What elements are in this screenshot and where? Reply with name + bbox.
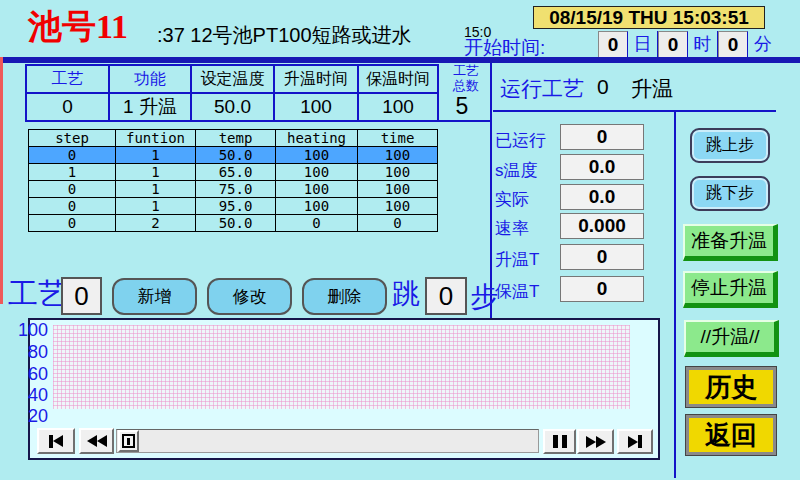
cell: 0 <box>29 198 116 215</box>
y-axis-tick: 20 <box>12 406 48 427</box>
cell: 0 <box>276 215 358 232</box>
cell: 1 升温 <box>109 93 191 121</box>
alarm-message: :37 12号池PT100短路或进水 <box>157 22 412 49</box>
field-value-set-temp: 0.0 <box>560 154 644 180</box>
fast-forward-icon <box>586 436 596 448</box>
step-table-header: step funtion temp heating time <box>29 130 438 147</box>
chart-scrollbar-track[interactable] <box>116 429 539 453</box>
panel-divider-vertical <box>674 112 676 478</box>
start-minute-input[interactable]: 0 <box>718 31 748 58</box>
cell: 75.0 <box>196 181 276 198</box>
step-table-row-selected[interactable]: 0 1 50.0 100 100 <box>29 147 438 164</box>
skip-end-icon <box>628 436 638 448</box>
col-header: 工艺 <box>26 65 109 93</box>
field-label-elapsed: 已运行 <box>495 129 559 152</box>
cell: 50.0 <box>196 147 276 164</box>
process-total-label: 工艺 总数 <box>440 63 492 93</box>
add-button[interactable]: 新增 <box>112 278 197 315</box>
field-value-rate: 0.000 <box>560 213 644 239</box>
col-header: step <box>29 130 116 147</box>
run-process-mode: 升温 <box>631 75 673 103</box>
skip-to-end-button[interactable] <box>617 429 653 454</box>
step-table-row[interactable]: 0 1 75.0 100 100 <box>29 181 438 198</box>
skip-to-start-button[interactable] <box>37 428 75 454</box>
col-header: 升温时间 <box>274 65 358 93</box>
process-total-value: 5 <box>440 93 484 120</box>
col-header: funtion <box>116 130 196 147</box>
step-table-row[interactable]: 0 2 50.0 0 0 <box>29 215 438 232</box>
col-header: temp <box>196 130 276 147</box>
page-title: 池号11 <box>28 4 128 50</box>
start-hour-input[interactable]: 0 <box>658 31 688 58</box>
cell: 0 <box>29 181 116 198</box>
cell: 100 <box>276 164 358 181</box>
field-label-heat-t: 升温T <box>495 248 559 271</box>
col-header: 保温时间 <box>358 65 438 93</box>
cell: 100 <box>276 147 358 164</box>
run-process-value: 0 <box>597 75 609 99</box>
start-minute-unit: 分 <box>748 31 778 58</box>
hmi-screen: 池号11 :37 12号池PT100短路或进水 15:0 08/15/19 TH… <box>0 0 800 480</box>
field-label-hold-t: 保温T <box>495 280 559 303</box>
divider <box>437 120 491 122</box>
field-label-set-temp: s温度 <box>495 159 559 182</box>
start-day-input[interactable]: 0 <box>598 31 628 58</box>
rewind-button[interactable] <box>79 428 114 454</box>
chart-scrollbar-thumb[interactable] <box>118 430 139 452</box>
history-button[interactable]: 历史 <box>686 367 776 407</box>
process-number-label: 工艺 <box>8 274 68 315</box>
col-header: 设定温度 <box>191 65 274 93</box>
cell: 100 <box>358 147 438 164</box>
cell: 100 <box>274 93 358 121</box>
y-axis-tick: 80 <box>12 342 48 363</box>
heating-status-button[interactable]: //升温// <box>684 320 779 357</box>
process-table-header: 工艺 功能 设定温度 升温时间 保温时间 <box>26 65 438 93</box>
datetime-display: 08/15/19 THU 15:03:51 <box>533 6 765 29</box>
process-table-row[interactable]: 0 1 升温 50.0 100 100 <box>26 93 438 121</box>
step-table-row[interactable]: 0 1 95.0 100 100 <box>29 198 438 215</box>
cell: 100 <box>276 198 358 215</box>
cell: 0 <box>29 215 116 232</box>
start-hour-unit: 时 <box>688 31 718 58</box>
run-process-label: 运行工艺 <box>500 75 584 103</box>
cell: 2 <box>116 215 196 232</box>
jump-step-input[interactable]: 0 <box>425 277 467 315</box>
cell: 100 <box>358 93 438 121</box>
step-table-row[interactable]: 1 1 65.0 100 100 <box>29 164 438 181</box>
fast-forward-button[interactable] <box>577 429 614 454</box>
start-day-unit: 日 <box>628 31 658 58</box>
y-axis-tick: 100 <box>12 320 48 341</box>
rewind-icon <box>87 435 97 447</box>
delete-button[interactable]: 删除 <box>302 278 387 315</box>
cell: 50.0 <box>191 93 274 121</box>
modify-button[interactable]: 修改 <box>207 278 292 315</box>
field-label-rate: 速率 <box>495 217 559 240</box>
process-number-input[interactable]: 0 <box>61 277 102 315</box>
cell: 1 <box>116 147 196 164</box>
prepare-heating-button[interactable]: 准备升温 <box>683 224 778 261</box>
y-axis-tick: 60 <box>12 364 48 385</box>
screen-edge-line <box>0 57 3 304</box>
start-time-row: 0 日 0 时 0 分 <box>598 31 778 58</box>
chart-grid-area <box>53 325 630 409</box>
cell: 1 <box>29 164 116 181</box>
step-unit-label: 步 <box>470 278 498 316</box>
back-button[interactable]: 返回 <box>686 415 776 455</box>
cell: 1 <box>116 164 196 181</box>
jump-down-step-button[interactable]: 跳下步 <box>690 176 770 211</box>
field-value-actual: 0.0 <box>560 184 644 210</box>
cell: 100 <box>276 181 358 198</box>
cell: 65.0 <box>196 164 276 181</box>
stop-heating-button[interactable]: 停止升温 <box>683 271 778 308</box>
pause-button[interactable] <box>543 429 576 454</box>
field-label-actual: 实际 <box>495 188 559 211</box>
field-value-hold-t: 0 <box>560 276 644 302</box>
y-axis-tick: 40 <box>12 385 48 406</box>
cell: 0 <box>358 215 438 232</box>
cell: 1 <box>116 198 196 215</box>
process-table: 工艺 功能 设定温度 升温时间 保温时间 0 1 升温 50.0 100 100 <box>25 64 439 122</box>
jump-up-step-button[interactable]: 跳上步 <box>690 128 770 163</box>
cell: 100 <box>358 198 438 215</box>
pause-icon <box>553 435 558 448</box>
col-header: heating <box>276 130 358 147</box>
